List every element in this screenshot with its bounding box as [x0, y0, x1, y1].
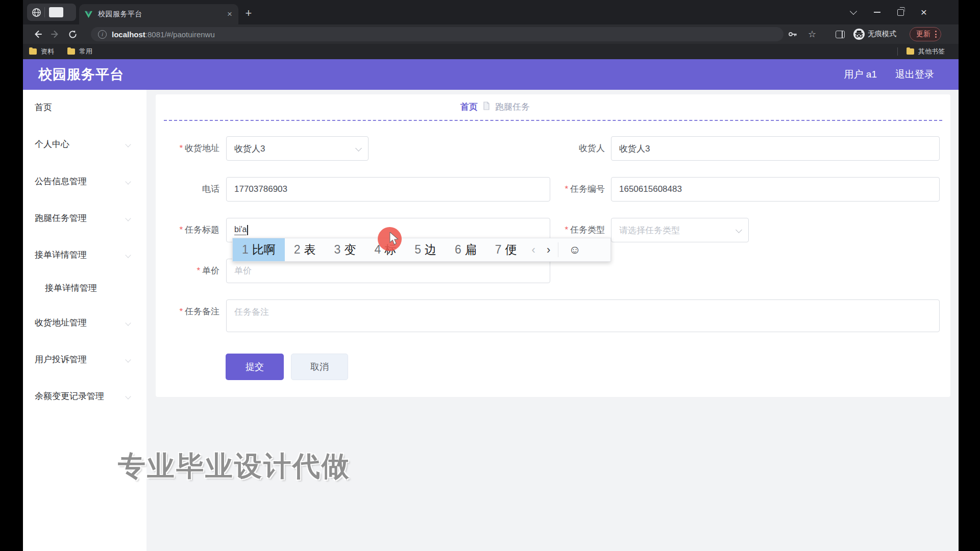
other-bookmarks[interactable]: 其他书签 — [906, 47, 945, 56]
delivery-address-select[interactable]: 收货人3 — [226, 136, 369, 161]
window-minimize-button[interactable] — [865, 0, 889, 24]
menu-dots-icon[interactable] — [935, 31, 937, 38]
sidebar-subitem-order-detail-mgmt[interactable]: 接单详情管理 — [23, 281, 146, 295]
label-unit-price: *单价 — [156, 259, 219, 283]
tab-divider — [44, 7, 45, 17]
label-phone: 电话 — [156, 177, 219, 202]
browser-toolbar: i localhost:8081/#/paotuirenwu ☆ 无痕模式 更新 — [23, 24, 959, 44]
update-button[interactable]: 更新 — [910, 27, 941, 41]
tab-close-icon[interactable]: × — [227, 9, 232, 19]
chevron-down-icon — [125, 320, 131, 325]
cancel-button[interactable]: 取消 — [291, 354, 348, 380]
chevron-down-icon — [125, 252, 131, 258]
chevron-down-icon — [125, 141, 131, 147]
incognito-icon — [851, 27, 867, 42]
phone-input[interactable] — [226, 177, 550, 202]
ime-candidate-bar: 1比啊 2表 3变 4标 5边 6扁 7便 ‹ › ☺ — [232, 238, 611, 262]
header-user[interactable]: 用户 a1 — [844, 68, 877, 81]
sidebar-item-personal-center[interactable]: 个人中心 — [23, 137, 146, 152]
bookmark-star-icon[interactable]: ☆ — [804, 27, 820, 42]
ime-candidate-6[interactable]: 6扁 — [446, 238, 486, 261]
task-type-select[interactable]: 请选择任务类型 — [611, 218, 749, 242]
task-remark-textarea[interactable] — [226, 299, 940, 332]
site-info-icon[interactable]: i — [98, 30, 107, 39]
document-icon — [483, 102, 490, 113]
sidebar-item-balance-record-mgmt[interactable]: 余额变更记录管理 — [23, 389, 146, 404]
browser-left-buttons — [27, 4, 76, 21]
address-bar[interactable]: i localhost:8081/#/paotuirenwu — [91, 27, 783, 41]
vue-logo-icon — [84, 11, 93, 18]
chevron-down-icon — [125, 357, 131, 362]
chevron-down-icon — [736, 227, 742, 233]
ime-divider — [558, 242, 558, 257]
ime-candidate-5[interactable]: 5边 — [405, 238, 446, 261]
bookmark-folder-ziliao[interactable]: 资料 — [29, 47, 54, 56]
mouse-cursor-icon — [388, 232, 401, 247]
ime-composition-text: bi'a — [234, 225, 247, 235]
breadcrumb: 首页 跑腿任务 — [460, 101, 530, 113]
sidebar-item-order-detail-mgmt[interactable]: 接单详情管理 — [23, 248, 146, 262]
unit-price-input[interactable] — [226, 259, 550, 283]
receiver-input[interactable] — [611, 136, 940, 161]
ime-candidate-7[interactable]: 7便 — [486, 238, 526, 261]
active-tab[interactable]: 校园服务平台 × — [79, 4, 238, 24]
logout-link[interactable]: 退出登录 — [895, 68, 934, 81]
new-tab-button[interactable]: + — [241, 6, 256, 20]
side-panel-icon[interactable] — [832, 27, 848, 42]
ime-candidate-3[interactable]: 3变 — [325, 238, 365, 261]
globe-icon[interactable] — [32, 8, 41, 17]
ime-candidate-1[interactable]: 1比啊 — [233, 238, 285, 261]
tab-strip: 校园服务平台 × + × — [23, 0, 959, 24]
blank-tab-icon[interactable] — [49, 7, 63, 17]
breadcrumb-current: 跑腿任务 — [495, 101, 530, 113]
folder-icon — [67, 48, 75, 55]
tab-title: 校园服务平台 — [98, 10, 142, 19]
label-receiver: 收货人 — [541, 136, 605, 161]
forward-button[interactable] — [46, 27, 64, 42]
task-number-input[interactable] — [611, 177, 940, 202]
chevron-down-icon — [355, 145, 362, 152]
sidebar-item-home[interactable]: 首页 — [23, 101, 146, 115]
bookmarks-separator — [897, 47, 898, 56]
app-header: 校园服务平台 用户 a1 退出登录 — [23, 59, 959, 90]
folder-icon — [906, 48, 914, 55]
window-menu-chevron[interactable] — [842, 0, 865, 24]
label-delivery-address: *收货地址 — [156, 136, 219, 161]
window-close-button[interactable]: × — [912, 0, 936, 24]
ime-candidate-2[interactable]: 2表 — [285, 238, 325, 261]
sidebar-item-address-mgmt[interactable]: 收货地址管理 — [23, 316, 146, 330]
sidebar-item-announcement-mgmt[interactable]: 公告信息管理 — [23, 174, 146, 189]
label-task-title: *任务标题 — [156, 218, 219, 242]
text-caret — [247, 225, 248, 235]
sidebar-item-complaint-mgmt[interactable]: 用户投诉管理 — [23, 353, 146, 367]
watermark-text: 专业毕业设计代做 — [118, 448, 351, 485]
reload-button[interactable] — [64, 27, 81, 42]
dashed-separator — [164, 120, 942, 121]
label-task-number: *任务编号 — [541, 177, 605, 202]
label-task-remark: *任务备注 — [156, 299, 219, 324]
url-text: localhost:8081/#/paotuirenwu — [112, 30, 215, 39]
incognito-label: 无痕模式 — [868, 24, 896, 44]
bookmark-folder-changyong[interactable]: 常用 — [67, 47, 92, 56]
chevron-down-icon — [125, 179, 131, 184]
ime-next-page-icon[interactable]: › — [541, 238, 556, 261]
folder-icon — [29, 48, 37, 55]
chevron-down-icon — [125, 393, 131, 399]
breadcrumb-home[interactable]: 首页 — [460, 101, 478, 113]
chevron-down-icon — [125, 215, 131, 221]
sidebar-item-errand-task-mgmt[interactable]: 跑腿任务管理 — [23, 211, 146, 226]
window-restore-button[interactable] — [889, 0, 912, 24]
ime-emoji-icon[interactable]: ☺ — [560, 238, 589, 261]
ime-prev-page-icon[interactable]: ‹ — [526, 238, 541, 261]
app-title: 校园服务平台 — [38, 65, 124, 84]
bookmarks-bar: 资料 常用 其他书签 — [23, 44, 959, 59]
back-button[interactable] — [29, 27, 46, 42]
password-key-icon[interactable] — [785, 27, 801, 42]
submit-button[interactable]: 提交 — [226, 354, 284, 380]
browser-window: 校园服务平台 × + × i localhost:8081/#/paotuire… — [23, 0, 959, 551]
